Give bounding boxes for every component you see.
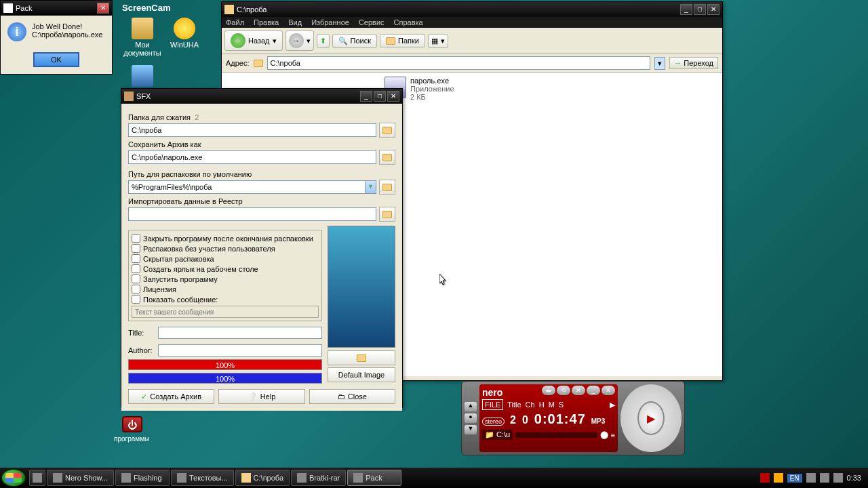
- minimize-button[interactable]: _: [360, 91, 372, 102]
- desktop-icon-winuha[interactable]: WinUHA: [164, 18, 205, 49]
- save-label: Сохранить Архив как: [128, 140, 395, 148]
- nero-jog-wheel[interactable]: ▶: [620, 384, 682, 452]
- browse-image-button[interactable]: [328, 350, 395, 365]
- task-text[interactable]: Текстовы...: [171, 470, 234, 486]
- browse-import-button[interactable]: [379, 207, 395, 222]
- tray-icon[interactable]: [774, 473, 783, 483]
- language-indicator[interactable]: EN: [787, 474, 802, 483]
- task-nero[interactable]: Nero Show...: [47, 470, 114, 486]
- nero-ctrl-btn[interactable]: ◂▸: [542, 386, 555, 395]
- default-image-button[interactable]: Default Image: [328, 367, 395, 382]
- app-icon: [174, 18, 195, 39]
- nero-player[interactable]: ▲ ● ▼ ◂▸ ⟲ ✕ _ ✕ nero FILE Title Ch H M …: [461, 381, 685, 455]
- help-button[interactable]: ❔Help: [218, 389, 304, 404]
- maximize-button[interactable]: □: [374, 91, 386, 102]
- unpack-label: Путь для распаковки по умолчанию: [128, 170, 395, 178]
- close-button[interactable]: 🗀Close: [309, 389, 395, 404]
- tray-icon[interactable]: [760, 473, 770, 483]
- task-pack[interactable]: Pack: [347, 470, 401, 486]
- author-input[interactable]: [158, 344, 322, 357]
- create-archive-button[interactable]: ✓Создать Архив: [128, 389, 214, 404]
- nero-ctrl-btn[interactable]: ✕: [572, 386, 585, 395]
- rec-icon[interactable]: ⬤: [600, 430, 608, 439]
- start-button[interactable]: [1, 469, 26, 487]
- play-button[interactable]: ▶: [637, 401, 665, 435]
- folder-count: 2: [195, 113, 199, 121]
- menu-help[interactable]: Справка: [394, 18, 423, 26]
- title-label: Title:: [128, 329, 154, 337]
- volume-icon[interactable]: [833, 473, 843, 483]
- check-icon: ✓: [141, 392, 147, 401]
- player-side-btn[interactable]: ●: [465, 413, 477, 423]
- tray-icon[interactable]: [806, 473, 816, 483]
- task-proba[interactable]: C:\проба: [235, 470, 290, 486]
- check-hidden[interactable]: Скрытая распаковка: [132, 253, 319, 264]
- check-run[interactable]: Запустить программу: [132, 274, 319, 284]
- explorer-titlebar[interactable]: C:\проба _ □ ✕: [222, 2, 722, 17]
- author-label: Author:: [128, 346, 154, 354]
- back-button[interactable]: ← Назад ▾: [224, 30, 283, 51]
- screencam-label: ScreenCam: [122, 3, 171, 13]
- up-button[interactable]: ⬆: [317, 34, 330, 48]
- window-title: SFX: [136, 92, 359, 100]
- maximize-button[interactable]: □: [694, 4, 706, 15]
- explorer-menubar: Файл Правка Вид Избранное Сервис Справка: [222, 17, 722, 28]
- format-badge: MP3: [591, 418, 606, 425]
- nero-minimize-btn[interactable]: _: [587, 386, 600, 395]
- go-button[interactable]: → Переход: [669, 57, 718, 69]
- sfx-titlebar[interactable]: SFX _ □ ✕: [121, 89, 402, 104]
- address-input[interactable]: [267, 56, 651, 70]
- save-input[interactable]: [128, 150, 376, 164]
- menu-favorites[interactable]: Избранное: [311, 18, 349, 26]
- check-close-after[interactable]: Закрыть программу после окончания распак…: [132, 233, 319, 243]
- folder-icon: [382, 184, 392, 191]
- import-input[interactable]: [128, 207, 376, 221]
- browse-save-button[interactable]: [379, 150, 395, 165]
- forward-icon: →: [289, 33, 304, 48]
- check-shortcut[interactable]: Создать ярлык на рабочем столе: [132, 264, 319, 274]
- browse-unpack-button[interactable]: [379, 180, 395, 195]
- minimize-button[interactable]: _: [680, 4, 692, 15]
- app-icon: [33, 473, 42, 483]
- player-side-btn[interactable]: ▼: [465, 425, 477, 434]
- progress-2: 100%: [128, 373, 322, 384]
- player-side-btn[interactable]: ▲: [465, 402, 477, 411]
- search-button[interactable]: 🔍 Поиск: [332, 34, 377, 48]
- dropdown-icon[interactable]: ▼: [365, 181, 376, 193]
- browse-folder-button[interactable]: [379, 123, 395, 138]
- menu-view[interactable]: Вид: [288, 18, 302, 26]
- close-button[interactable]: ✕: [387, 91, 399, 102]
- check-silent[interactable]: Распаковка без участия пользователя: [132, 243, 319, 253]
- go-icon: →: [674, 59, 682, 67]
- task-flashing[interactable]: Flashing: [115, 470, 170, 486]
- message-input[interactable]: [132, 306, 319, 318]
- check-license[interactable]: Лицензия: [132, 284, 319, 294]
- unpack-combo[interactable]: %ProgramFiles%\проба ▼: [128, 180, 376, 194]
- folders-button[interactable]: Папки: [380, 34, 425, 47]
- task-bratki[interactable]: Bratki-rar: [291, 470, 346, 486]
- nero-ctrl-btn[interactable]: ⟲: [557, 386, 570, 395]
- quick-launch[interactable]: [29, 470, 45, 486]
- programs-button-icon[interactable]: ⏻: [122, 416, 142, 432]
- clock[interactable]: 0:33: [847, 474, 861, 482]
- menu-file[interactable]: Файл: [226, 18, 244, 26]
- title-input[interactable]: [158, 327, 322, 339]
- nero-close-btn[interactable]: ✕: [601, 386, 615, 395]
- eq-icon[interactable]: ≡: [611, 431, 615, 439]
- explorer-toolbar: ← Назад ▾ → ▾ ⬆ 🔍 Поиск Папки ▦▾: [222, 28, 722, 54]
- check-show-message[interactable]: Показать сообщение:: [132, 294, 319, 304]
- tray-icon[interactable]: [820, 473, 829, 483]
- folder-icon: [382, 211, 392, 218]
- menu-edit[interactable]: Правка: [254, 18, 279, 26]
- dropdown-icon[interactable]: ▾: [654, 57, 665, 70]
- views-button[interactable]: ▦▾: [428, 34, 448, 48]
- desktop-icon-mydocs[interactable]: Мои документы: [122, 18, 163, 57]
- sfx-window: SFX _ □ ✕ Папка для сжатия 2 Сохранить А…: [121, 88, 403, 408]
- progress-1: 100%: [128, 359, 322, 370]
- forward-button[interactable]: → ▾: [285, 30, 314, 51]
- menu-tools[interactable]: Сервис: [359, 18, 384, 26]
- folder-input[interactable]: [128, 123, 376, 137]
- dropdown-icon: ▾: [441, 37, 445, 45]
- close-button[interactable]: ✕: [707, 4, 719, 15]
- seek-bar[interactable]: [515, 432, 597, 438]
